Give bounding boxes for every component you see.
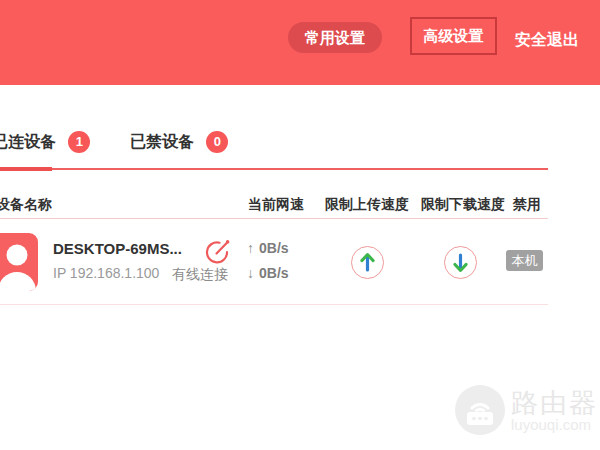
top-nav-bar: 常用设置 高级设置 安全退出 — [0, 0, 600, 85]
upload-speed-value: 0B/s — [259, 240, 289, 256]
device-connection-type: 有线连接 — [172, 266, 228, 284]
user-avatar-icon — [0, 233, 38, 291]
up-arrow-glyph: ↑ — [247, 240, 254, 256]
column-header-current-speed: 当前网速 — [248, 196, 304, 214]
tab-disabled-count-badge: 0 — [206, 131, 228, 153]
active-tab-indicator — [0, 167, 52, 171]
router-admin-page: 常用设置 高级设置 安全退出 已连设备 1 已禁设备 0 设备名称 当前网速 限… — [0, 0, 600, 450]
header-separator — [0, 218, 548, 219]
tab-disabled-devices[interactable]: 已禁设备 0 — [130, 128, 228, 156]
device-name: DESKTOP-69MS... — [53, 240, 182, 257]
edit-pencil-icon — [204, 239, 230, 265]
down-arrow-glyph: ↓ — [247, 265, 254, 281]
edit-device-name-button[interactable] — [204, 239, 230, 265]
current-upload-speed: ↑0B/s — [247, 240, 289, 256]
current-download-speed: ↓0B/s — [247, 265, 289, 281]
watermark-domain: luyouqi.com — [511, 416, 591, 433]
device-ip: IP 192.168.1.100 — [53, 265, 159, 281]
router-logo-icon — [455, 385, 505, 435]
download-speed-value: 0B/s — [259, 265, 289, 281]
column-header-disable: 禁用 — [513, 196, 541, 214]
tab-connected-label: 已连设备 — [0, 128, 56, 156]
tab-connected-count-badge: 1 — [68, 131, 90, 153]
column-header-device-name: 设备名称 — [0, 196, 52, 214]
tab-disabled-label: 已禁设备 — [130, 128, 194, 156]
column-header-limit-download: 限制下载速度 — [421, 196, 505, 214]
column-header-limit-upload: 限制上传速度 — [325, 196, 409, 214]
tab-connected-devices[interactable]: 已连设备 1 — [0, 128, 90, 156]
limit-upload-arrow-icon — [352, 247, 383, 278]
nav-advanced-settings-button[interactable]: 高级设置 — [410, 17, 497, 55]
watermark-logo — [455, 385, 505, 435]
tab-bar-divider — [52, 168, 548, 170]
nav-logout-button[interactable]: 安全退出 — [515, 30, 579, 51]
limit-download-arrow-icon — [445, 247, 476, 278]
device-avatar — [0, 233, 38, 291]
limit-upload-button[interactable] — [351, 246, 384, 279]
nav-common-settings-button[interactable]: 常用设置 — [288, 22, 382, 53]
local-machine-badge: 本机 — [506, 250, 543, 271]
limit-download-button[interactable] — [444, 246, 477, 279]
row-separator — [0, 304, 548, 305]
